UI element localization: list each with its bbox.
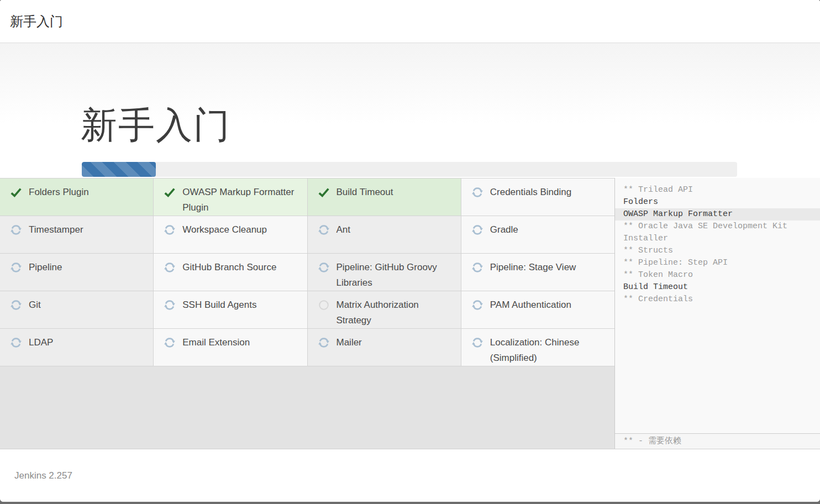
log-line: ** Token Macro	[615, 269, 820, 281]
plugin-name: Build Timeout	[337, 185, 393, 200]
log-line: ** Pipeline: Step API	[615, 257, 820, 269]
plugin-name: Credentials Binding	[490, 185, 571, 200]
plugin-name: Folders Plugin	[29, 185, 89, 200]
content-row: Folders Plugin OWASP Markup Formatter Pl…	[0, 178, 820, 449]
sync-icon	[164, 224, 176, 236]
plugin-cell-build-timeout: Build Timeout	[308, 179, 461, 216]
log-line: ** Oracle Java SE Development Kit Instal…	[615, 221, 820, 245]
check-icon	[10, 186, 22, 198]
log-line: ** Credentials	[615, 293, 820, 306]
plugin-grid: Folders Plugin OWASP Markup Formatter Pl…	[0, 178, 614, 366]
plugin-cell-github-branch-source: GitHub Branch Source	[154, 254, 307, 291]
plugin-name: SSH Build Agents	[182, 297, 256, 313]
progress-fill	[82, 162, 156, 177]
plugin-name: GitHub Branch Source	[182, 260, 276, 275]
plugin-name: Workspace Cleanup	[182, 222, 267, 238]
sync-icon	[10, 224, 22, 236]
page-title: 新手入门	[81, 105, 820, 145]
plugin-cell-matrix-authorization-strategy: Matrix Authorization Strategy	[308, 291, 461, 328]
plugin-name: Localization: Chinese (Simplified)	[490, 335, 609, 366]
plugin-cell-email-extension: Email Extension	[154, 329, 307, 366]
log-line-active: OWASP Markup Formatter	[615, 208, 820, 221]
plugin-cell-mailer: Mailer	[308, 329, 461, 366]
plugin-cell-gradle: Gradle	[461, 216, 614, 253]
sync-icon	[10, 261, 22, 274]
plugin-name: Timestamper	[29, 222, 83, 238]
sync-icon	[164, 261, 176, 274]
pending-circle-icon	[318, 299, 330, 311]
topbar-title: 新手入门	[10, 13, 63, 30]
plugin-cell-localization-chinese-simplified: Localization: Chinese (Simplified)	[461, 329, 614, 366]
plugin-cell-pipeline-github-groovy-libraries: Pipeline: GitHub Groovy Libraries	[308, 254, 461, 291]
jenkins-version: Jenkins 2.257	[14, 470, 72, 481]
setup-wizard-modal: 新手入门 新手入门 Folders Plugin OWASP Markup Fo…	[0, 0, 820, 502]
log-line: Folders	[615, 196, 820, 208]
plugin-name: PAM Authentication	[490, 297, 571, 313]
check-icon	[318, 186, 330, 198]
plugin-name: Git	[29, 297, 41, 313]
sync-icon	[471, 186, 483, 198]
sync-icon	[471, 337, 483, 349]
page-backdrop: 新手入门 新手入门 Folders Plugin OWASP Markup Fo…	[0, 0, 820, 504]
footer: Jenkins 2.257	[0, 449, 820, 502]
sync-icon	[318, 224, 330, 236]
sync-icon	[10, 337, 22, 349]
sync-icon	[471, 261, 483, 274]
hero-section: 新手入门	[0, 43, 820, 178]
plugin-cell-workspace-cleanup: Workspace Cleanup	[154, 216, 307, 253]
plugin-name: Pipeline	[29, 260, 62, 275]
install-log-sidebar: ** Trilead API Folders OWASP Markup Form…	[614, 178, 820, 449]
plugin-name: Gradle	[490, 222, 518, 238]
sync-icon	[318, 261, 330, 274]
plugin-cell-credentials-binding: Credentials Binding	[461, 179, 614, 216]
plugin-name: LDAP	[29, 335, 53, 350]
plugin-name: Pipeline: GitHub Groovy Libraries	[337, 260, 455, 291]
plugin-name: Email Extension	[182, 335, 250, 350]
plugin-name: Mailer	[337, 335, 362, 350]
plugin-cell-ant: Ant	[308, 216, 461, 253]
plugin-name: OWASP Markup Formatter Plugin	[182, 185, 301, 216]
progress-bar	[82, 162, 737, 177]
sync-icon	[471, 299, 483, 311]
topbar: 新手入门	[0, 0, 820, 43]
log-line: ** Trilead API	[615, 184, 820, 196]
install-log[interactable]: ** Trilead API Folders OWASP Markup Form…	[615, 178, 820, 433]
plugin-cell-pipeline-stage-view: Pipeline: Stage View	[461, 254, 614, 291]
plugin-name: Matrix Authorization Strategy	[337, 297, 455, 328]
plugin-cell-git: Git	[0, 291, 153, 328]
plugin-cell-ldap: LDAP	[0, 329, 153, 366]
plugin-install-panel: Folders Plugin OWASP Markup Formatter Pl…	[0, 178, 614, 449]
plugin-cell-owasp-markup-formatter: OWASP Markup Formatter Plugin	[154, 179, 307, 216]
plugin-cell-timestamper: Timestamper	[0, 216, 153, 253]
plugin-cell-pam-authentication: PAM Authentication	[461, 291, 614, 328]
log-line: Build Timeout	[615, 281, 820, 293]
panel-filler	[0, 366, 614, 449]
dependency-legend: ** - 需要依赖	[615, 433, 820, 449]
sync-icon	[318, 337, 330, 349]
log-line: ** Structs	[615, 245, 820, 257]
sync-icon	[164, 299, 176, 311]
plugin-cell-pipeline: Pipeline	[0, 254, 153, 291]
sync-icon	[164, 337, 176, 349]
plugin-name: Ant	[337, 222, 351, 238]
plugin-name: Pipeline: Stage View	[490, 260, 576, 275]
sync-icon	[471, 224, 483, 236]
plugin-cell-folders: Folders Plugin	[0, 179, 153, 216]
sync-icon	[10, 299, 22, 311]
check-icon	[164, 186, 176, 198]
plugin-cell-ssh-build-agents: SSH Build Agents	[154, 291, 307, 328]
